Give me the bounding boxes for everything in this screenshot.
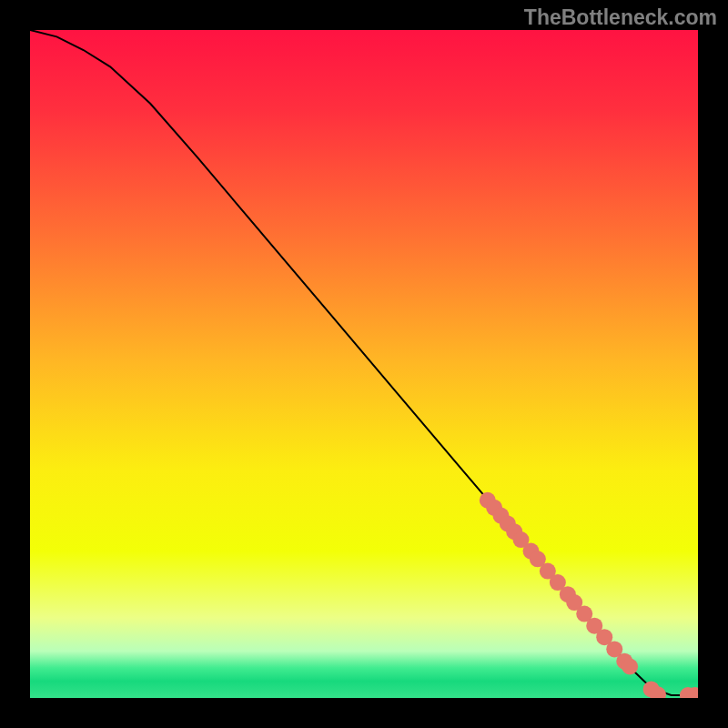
- plot-area: [30, 30, 698, 698]
- chart-frame: TheBottleneck.com: [0, 0, 728, 728]
- watermark-text: TheBottleneck.com: [524, 5, 717, 30]
- bottleneck-curve: [30, 30, 698, 695]
- data-marker: [622, 659, 638, 675]
- curve-layer: [30, 30, 698, 698]
- marker-group: [480, 492, 698, 698]
